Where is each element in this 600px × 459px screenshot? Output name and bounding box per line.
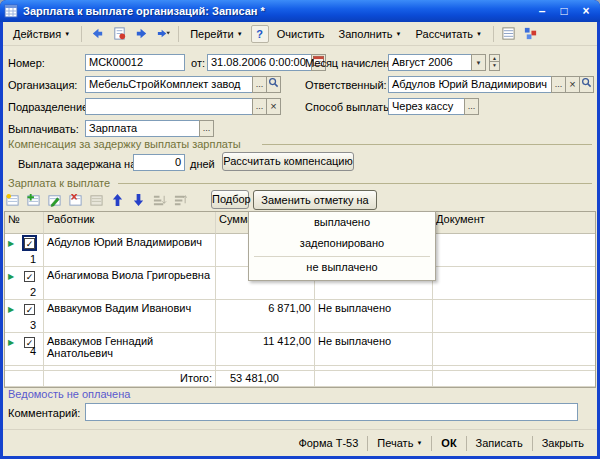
spinner-up-icon[interactable]: ▲ [490,55,499,62]
responsible-clear-button[interactable]: × [565,76,580,93]
spinner-down-icon[interactable]: ▼ [490,62,499,69]
responsible-select-button[interactable]: ... [551,76,566,93]
department-input[interactable] [85,98,253,115]
print-button[interactable]: Печать▼ [368,435,431,451]
structure-settings-button[interactable] [521,24,541,43]
back-button[interactable] [87,24,107,43]
move-up-button[interactable] [109,192,126,208]
close-icon[interactable]: × [578,4,594,18]
calc-compensation-button[interactable]: Рассчитать компенсацию [222,152,354,171]
close-button[interactable]: Закрыть [533,435,593,451]
edit-row-button[interactable] [46,192,63,208]
delay-days-input[interactable]: 0 [133,154,185,171]
row-number: 1 [30,253,36,265]
sort-asc-icon [152,193,167,207]
pay-input[interactable]: Зарплата [85,120,200,137]
organization-input[interactable]: МебельСтройКомплект завод [85,76,253,93]
col-header-num: № [5,212,44,234]
method-select-button[interactable]: ... [464,98,479,115]
structure-icon [523,26,538,41]
replace-mark-button[interactable]: Заменить отметку на ...▼ [253,190,377,210]
structure-prev-button[interactable] [131,24,151,43]
app-window: Зарплата к выплате организаций: Записан … [0,0,600,459]
status-cell: Не выплачено [315,300,433,333]
move-down-button[interactable] [130,192,147,208]
menu-separator [254,256,430,257]
row-checkbox[interactable]: ✓ [24,303,35,315]
delay-label: Выплата задержана на [18,158,136,170]
organization-label: Организация: [8,79,77,91]
row-checkbox[interactable]: ✓ [24,237,35,249]
sort-desc-button[interactable] [172,192,189,208]
col-header-employee: Работник [44,212,216,234]
form-t53-button[interactable]: Форма Т-53 [289,435,367,451]
dropdown-arrow-icon: ▼ [416,440,422,446]
method-label: Способ выплаты: [305,101,394,113]
payroll-status-text: Ведомость не оплачена [8,388,130,400]
add-row-button[interactable] [4,192,21,208]
pay-select-button[interactable]: ... [199,120,214,137]
clear-button[interactable]: Очистить [271,26,331,42]
month-dropdown-button[interactable]: ▼ [471,54,486,71]
delete-row-button[interactable] [67,192,84,208]
actions-menu-button[interactable]: Действия▼ [7,26,76,42]
menu-item-not-paid[interactable]: не выплачено [249,259,435,278]
table-row[interactable]: ▶ ✓ 4 Аввакумов Геннадий Анатольевич 11 … [5,333,595,366]
organization-select-button[interactable]: ... [252,76,267,93]
row-number: 3 [30,319,36,331]
date-input[interactable]: 31.08.2006 0:00:00 [207,54,312,71]
row-checkbox[interactable]: ✓ [24,270,35,282]
menu-item-paid[interactable]: выплачено [249,212,435,233]
comment-label: Комментарий: [8,407,80,419]
sort-desc-icon [173,193,188,207]
ok-button[interactable]: ОК [432,435,465,451]
minimize-icon[interactable]: – [534,4,550,18]
row-marker-icon: ▶ [8,239,14,248]
employee-name: Аввакумов Вадим Иванович [44,300,216,333]
row-number: 4 [30,345,36,357]
total-value: 53 481,00 [216,371,315,387]
month-input[interactable]: Август 2006 [388,54,472,71]
list-icon [501,26,516,41]
document-cell [433,234,595,267]
organization-open-button[interactable] [266,76,281,93]
table-row[interactable]: ▶ ✓ 3 Аввакумов Вадим Иванович 6 871,00 … [5,300,595,333]
help-button[interactable]: ? [251,25,269,43]
curved-arrow-dd-icon [156,26,171,41]
responsible-open-button[interactable] [579,76,594,93]
responsible-label: Ответственный: [305,79,387,91]
reread-button[interactable] [109,24,129,43]
month-spinner[interactable]: ▲ ▼ [489,54,500,71]
compensation-group-title: Компенсация за задержку выплаты зарплаты [8,138,241,150]
menu-item-deposited[interactable]: задепонировано [249,233,435,254]
responsible-input[interactable]: Абдулов Юрий Владимирович [388,76,552,93]
number-label: Номер: [8,57,45,69]
maximize-icon[interactable]: □ [556,4,572,18]
list-settings-button[interactable] [499,24,519,43]
back-arrow-icon [90,26,105,41]
copy-row-button[interactable] [25,192,42,208]
department-select-button[interactable]: ... [252,98,267,115]
sort-asc-button[interactable] [151,192,168,208]
pick-button[interactable]: Подбор [211,190,249,209]
goto-menu-button[interactable]: Перейти▼ [184,26,249,42]
employee-name: Абнагимова Виола Григорьевна [44,267,216,300]
row-marker-icon: ▶ [8,272,14,281]
help-icon: ? [256,28,263,40]
table-totals-row: Итого: 53 481,00 [5,371,595,387]
table-toolbar [4,190,189,210]
fill-menu-button[interactable]: Заполнить▼ [333,26,408,42]
comment-input[interactable] [85,403,578,421]
end-edit-button[interactable] [88,192,105,208]
delete-icon [68,193,83,207]
edit-pencil-icon [47,193,62,207]
status-cell: Не выплачено [315,333,433,366]
department-clear-button[interactable]: × [266,98,281,115]
number-input[interactable]: МСК00012 [85,54,185,71]
method-input[interactable]: Через кассу [388,98,465,115]
col-header-document: Документ [433,212,595,234]
structure-next-button[interactable] [153,24,173,43]
add-icon [5,193,20,207]
calculate-menu-button[interactable]: Рассчитать▼ [410,26,488,42]
save-button[interactable]: Записать [467,435,532,451]
